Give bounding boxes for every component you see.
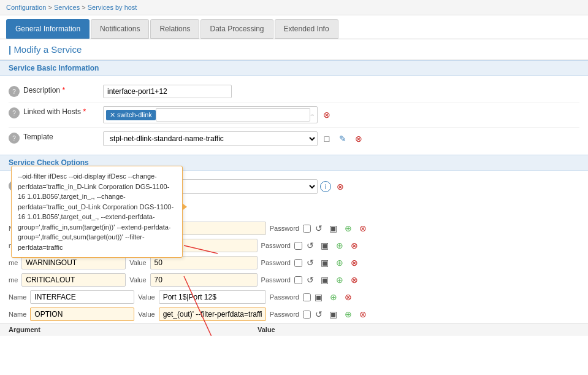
arg-add-icon-6[interactable]: ⊕ [342, 307, 355, 321]
linked-host-tag[interactable]: ✕ switch-dlink [106, 110, 156, 120]
arg-add-icon-1[interactable]: ⊕ [342, 222, 355, 235]
value-label-3: Value [129, 259, 148, 266]
tab-bar: General Information Notifications Relati… [0, 17, 588, 39]
linked-hosts-label: Linked with Hosts * [23, 106, 103, 116]
arg-copy-icon-4[interactable]: ▣ [318, 273, 332, 287]
arg-reset-icon-3[interactable]: ↺ [304, 256, 317, 269]
template-help-icon[interactable]: ? [9, 133, 20, 144]
check-command-clear-icon[interactable]: ⊗ [334, 180, 347, 193]
tooltip-text: --oid-filter ifDesc --oid-display ifDesc… [18, 172, 174, 251]
arg-value-criticalout[interactable] [150, 273, 258, 287]
arg-add-icon-2[interactable]: ⊕ [333, 239, 346, 252]
password-checkbox-3[interactable] [294, 259, 302, 267]
password-checkbox-1[interactable] [303, 225, 311, 233]
arg-name-interface[interactable] [30, 290, 134, 304]
arg-value-option[interactable] [159, 307, 266, 321]
linked-hosts-row: ? Linked with Hosts * ✕ switch-dlink ⌢ ⊗ [9, 102, 579, 128]
arg-remove-icon-6[interactable]: ⊗ [356, 307, 370, 321]
description-field-value [103, 85, 579, 98]
value-label-5: Value [138, 293, 157, 301]
arg-add-icon-4[interactable]: ⊕ [333, 273, 346, 287]
template-label: Template [23, 131, 103, 141]
arg-copy-icon-3[interactable]: ▣ [318, 256, 332, 269]
arg-add-icon-3[interactable]: ⊕ [333, 256, 346, 269]
breadcrumb-services[interactable]: Services [54, 4, 80, 11]
description-input[interactable] [103, 85, 232, 98]
breadcrumb-services-by-host: Services by host [88, 4, 137, 11]
tag-remove-icon[interactable]: ✕ [110, 111, 115, 119]
arg-row-interface: Name Value Password ▣ ⊕ ⊗ [9, 288, 579, 306]
arg-remove-icon-2[interactable]: ⊗ [348, 239, 361, 252]
arg-remove-icon-5[interactable]: ⊗ [342, 290, 355, 304]
template-select[interactable]: stpl-net-dlink-standard-name-traffic [103, 131, 318, 146]
arg-row-criticalout: me Value Password ↺ ▣ ⊕ ⊗ [9, 271, 579, 288]
tab-extended-info[interactable]: Extended Info [275, 19, 338, 39]
template-edit-icon[interactable]: ✎ [336, 132, 349, 145]
linked-hosts-help-icon[interactable]: ? [9, 107, 20, 118]
linked-hosts-tag-input[interactable]: ✕ switch-dlink ⌢ [103, 106, 318, 123]
tooltip-box: --oid-filter ifDesc --oid-display ifDesc… [11, 166, 183, 258]
arg-value-interface[interactable] [159, 290, 266, 304]
footer-labels: Argument Value [0, 323, 588, 336]
basic-info-form: ? Description * ? Linked with Hosts * ✕ … [0, 76, 588, 155]
name-label-5: Name [9, 293, 29, 301]
arg-name-option[interactable] [30, 307, 134, 321]
footer-value-label: Value [258, 326, 275, 333]
tooltip-arrow [182, 203, 187, 211]
check-command-info-icon[interactable]: i [320, 181, 331, 192]
arg-reset-icon-1[interactable]: ↺ [312, 222, 326, 235]
linked-hosts-clear-icon[interactable]: ⊗ [320, 108, 334, 122]
arg-copy2-icon-5[interactable]: ▣ [312, 290, 326, 304]
name-label-3: me [9, 259, 20, 266]
arg-reset-icon-6[interactable]: ↺ [312, 307, 326, 321]
section-basic-info: Service Basic Information [0, 60, 588, 76]
tab-general-information[interactable]: General Information [6, 19, 90, 39]
name-label-4: me [9, 276, 20, 284]
description-row: ? Description * [9, 81, 579, 102]
arg-name-warningout[interactable] [21, 256, 126, 269]
arg-row-option: Name Value Password ↺ ▣ ⊕ ⊗ [9, 306, 579, 323]
arg-copy-icon-1[interactable]: ▣ [327, 222, 340, 235]
password-label-4: Password [261, 276, 293, 284]
page-title: Modify a Service [0, 39, 588, 60]
arg-remove-icon-1[interactable]: ⊗ [356, 222, 370, 235]
arg-copy-icon-6[interactable]: ▣ [327, 307, 340, 321]
template-field-value: stpl-net-dlink-standard-name-traffic □ ✎… [103, 131, 579, 146]
textarea-resize-handle: ⌢ [310, 111, 315, 118]
password-label-2: Password [261, 242, 293, 249]
arg-reset-icon-2[interactable]: ↺ [304, 239, 317, 252]
arg-copy-icon-2[interactable]: ▣ [318, 239, 332, 252]
arg-remove-icon-4[interactable]: ⊗ [348, 273, 361, 287]
breadcrumb-configuration[interactable]: Configuration [6, 4, 46, 11]
description-help-icon[interactable]: ? [9, 86, 20, 97]
footer-argument-label: Argument [9, 326, 143, 333]
arg-remove-icon-3[interactable]: ⊗ [348, 256, 361, 269]
arg-add-icon-5[interactable]: ⊕ [327, 290, 340, 304]
password-checkbox-4[interactable] [294, 276, 302, 284]
breadcrumb: Configuration > Services > Services by h… [0, 0, 588, 15]
password-checkbox-2[interactable] [294, 242, 302, 250]
name-label-6: Name [9, 311, 29, 318]
arg-reset-icon-4[interactable]: ↺ [304, 273, 317, 287]
value-label-4: Value [129, 276, 148, 284]
password-label-6: Password [270, 311, 302, 318]
password-label-3: Password [261, 259, 293, 266]
tag-text: switch-dlink [117, 111, 152, 118]
tab-relations[interactable]: Relations [150, 19, 199, 39]
arg-value-warningout[interactable] [150, 256, 258, 269]
password-label-1: Password [270, 225, 302, 232]
template-view-icon[interactable]: □ [320, 132, 334, 145]
template-clear-icon[interactable]: ⊗ [352, 132, 365, 145]
password-checkbox-6[interactable] [303, 311, 311, 319]
tab-notifications[interactable]: Notifications [91, 19, 149, 39]
description-label: Description * [23, 85, 103, 95]
linked-hosts-field-value: ✕ switch-dlink ⌢ ⊗ [103, 106, 579, 123]
password-checkbox-5[interactable] [303, 293, 311, 301]
password-label-5: Password [270, 293, 302, 301]
tab-data-processing[interactable]: Data Processing [200, 19, 273, 39]
linked-hosts-input[interactable] [156, 108, 310, 122]
template-row: ? Template stpl-net-dlink-standard-name-… [9, 128, 579, 150]
arg-name-criticalout[interactable] [21, 273, 126, 287]
value-label-6: Value [138, 311, 157, 318]
